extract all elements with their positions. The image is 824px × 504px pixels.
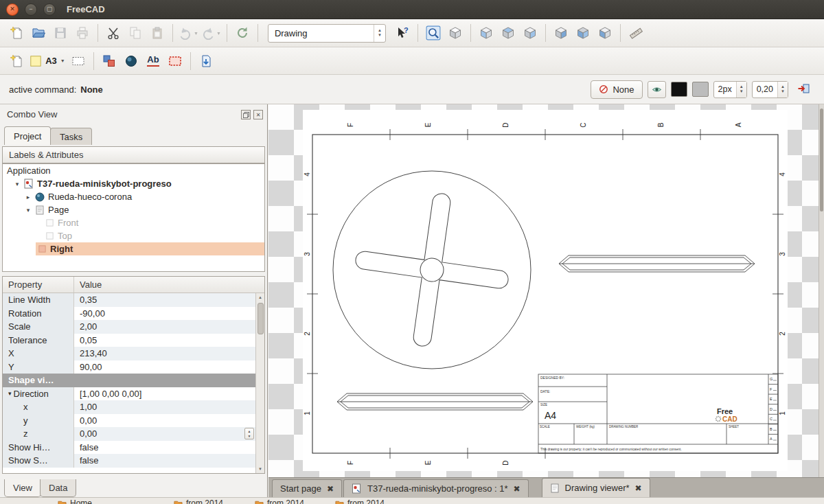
page-template-button[interactable]: A3 ▼: [27, 50, 67, 72]
property-value[interactable]: 0,00: [74, 414, 255, 428]
scroll-down-icon[interactable]: ▼: [258, 465, 262, 473]
property-row[interactable]: ▾Direction [1,00 0,00 0,00]: [3, 387, 264, 401]
property-value[interactable]: -90,00: [74, 307, 255, 321]
property-value[interactable]: [1,00 0,00 0,00]: [74, 387, 255, 401]
clip-group-button[interactable]: [164, 50, 186, 72]
property-row[interactable]: X 213,40: [3, 347, 264, 360]
tab-close-icon[interactable]: ✖: [635, 483, 642, 493]
window-maximize-button[interactable]: ▢: [43, 3, 56, 16]
drawing-viewport[interactable]: F E D C B A F E D 4 3 2 1 4 3 2 1: [268, 104, 819, 477]
property-value[interactable]: 1,00: [74, 400, 255, 414]
print-button[interactable]: [71, 22, 93, 44]
expand-expander-icon[interactable]: ▸: [25, 194, 32, 201]
face-color-swatch[interactable]: [692, 82, 709, 97]
property-row[interactable]: x 1,00: [3, 400, 264, 414]
value-spinner[interactable]: ▲ ▼: [244, 428, 254, 439]
tab-view[interactable]: View: [4, 479, 41, 497]
property-row[interactable]: y 0,00: [3, 414, 264, 428]
scrollbar-thumb[interactable]: [258, 303, 264, 334]
new-document-button[interactable]: [5, 22, 27, 44]
point-size-arrows[interactable]: ▲ ▼: [777, 82, 788, 98]
draft-view-button[interactable]: [120, 50, 142, 72]
insert-view-button[interactable]: [98, 50, 120, 72]
wheel-side-view-right[interactable]: [559, 255, 755, 272]
property-row[interactable]: Tolerance 0,05: [3, 334, 264, 347]
property-row[interactable]: Show Hi… false: [3, 441, 264, 455]
property-row[interactable]: Line Width 0,35: [3, 293, 264, 307]
line-width-spinbox[interactable]: 2px ▲ ▼: [713, 81, 747, 98]
property-row[interactable]: Y 90,00: [3, 360, 264, 374]
export-drawing-button[interactable]: [793, 78, 815, 100]
scroll-up-icon[interactable]: ▲: [258, 293, 262, 301]
property-value[interactable]: 0,05: [74, 334, 255, 347]
measure-button[interactable]: [625, 22, 647, 44]
fit-all-button[interactable]: [422, 22, 444, 44]
export-page-button[interactable]: [195, 50, 217, 72]
cut-button[interactable]: [102, 22, 124, 44]
workbench-selector[interactable]: Drawing ▲ ▼: [268, 24, 386, 43]
property-column-header[interactable]: Property: [3, 277, 74, 293]
axonometric-view-button[interactable]: [444, 22, 466, 44]
value-column-header[interactable]: Value: [74, 277, 264, 293]
collapse-expander-icon[interactable]: ▾: [25, 207, 32, 214]
copy-button[interactable]: [124, 22, 146, 44]
scrollbar-thumb[interactable]: [820, 108, 823, 211]
whats-this-button[interactable]: ?: [391, 22, 413, 44]
point-size-spinbox[interactable]: 0,20 ▲ ▼: [752, 81, 788, 98]
property-value[interactable]: 0,35: [74, 293, 255, 307]
redo-button[interactable]: ▼: [200, 22, 222, 44]
window-minimize-button[interactable]: −: [25, 3, 37, 16]
property-row[interactable]: Scale 2,00: [3, 320, 264, 334]
new-page-button[interactable]: [5, 50, 27, 72]
canvas-vertical-scrollbar[interactable]: [819, 104, 824, 477]
tab-close-icon[interactable]: ✖: [514, 484, 520, 494]
tab-project[interactable]: Project: [4, 126, 51, 145]
right-view-button[interactable]: [519, 22, 541, 44]
property-value[interactable]: false: [74, 454, 255, 468]
tab-data[interactable]: Data: [40, 479, 76, 497]
tab-tasks[interactable]: Tasks: [50, 128, 92, 145]
tree-item-document[interactable]: ▾ T37-rueda-miniskybot-progreso: [3, 177, 264, 190]
tab-drawing-viewer[interactable]: Drawing viewer* ✖: [542, 478, 650, 497]
tree-item-top[interactable]: Top: [3, 229, 264, 242]
collapse-expander-icon[interactable]: ▾: [8, 390, 12, 397]
property-value[interactable]: 0,00: [80, 428, 97, 439]
tree-item-page[interactable]: ▾ Page: [3, 203, 264, 216]
tree-item-front[interactable]: Front: [3, 216, 264, 229]
tab-close-icon[interactable]: ✖: [327, 484, 334, 494]
front-view-button[interactable]: [475, 22, 497, 44]
drawing-sheet[interactable]: F E D C B A F E D 4 3 2 1 4 3 2 1: [303, 110, 788, 471]
float-panel-button[interactable]: [241, 110, 251, 119]
property-row[interactable]: z 0,00 ▲ ▼: [3, 427, 264, 441]
landscape-page-button[interactable]: [67, 50, 89, 72]
line-width-arrows[interactable]: ▲ ▼: [736, 82, 746, 98]
wheel-side-view-bottom[interactable]: [337, 393, 533, 410]
top-view-button[interactable]: [497, 22, 519, 44]
save-button[interactable]: [49, 22, 71, 44]
property-value[interactable]: 2,00: [74, 320, 255, 334]
labels-attributes-header[interactable]: Labels & Attributes: [2, 146, 265, 163]
annotation-button[interactable]: Ab: [142, 50, 164, 72]
undo-button[interactable]: ▼: [177, 22, 200, 44]
left-view-button[interactable]: [594, 22, 616, 44]
tree-item-body[interactable]: ▸ Rueda-hueco-corona: [3, 190, 264, 203]
page-template-dropdown-icon[interactable]: ▼: [60, 58, 65, 63]
paste-button[interactable]: [146, 22, 168, 44]
property-row[interactable]: Rotation -90,00: [3, 307, 264, 321]
property-group-row[interactable]: Shape vi…: [3, 374, 264, 387]
line-color-swatch[interactable]: [671, 82, 687, 97]
property-value[interactable]: 213,40: [74, 347, 255, 360]
collapse-expander-icon[interactable]: ▾: [14, 181, 21, 187]
property-scrollbar[interactable]: ▲ ▼: [255, 293, 264, 473]
tree-item-application[interactable]: Application: [3, 164, 264, 177]
tree-item-right[interactable]: Right: [3, 242, 264, 255]
bottom-view-button[interactable]: [572, 22, 594, 44]
fill-style-button[interactable]: None: [591, 80, 642, 99]
wheel-front-view[interactable]: [333, 171, 531, 369]
open-document-button[interactable]: [27, 22, 49, 44]
tab-document[interactable]: T37-rueda-miniskybot-progreso : 1* ✖: [343, 479, 529, 497]
window-close-button[interactable]: ✕: [6, 3, 19, 16]
close-panel-button[interactable]: ✕: [253, 110, 263, 119]
rear-view-button[interactable]: [550, 22, 572, 44]
property-value[interactable]: 90,00: [74, 360, 255, 374]
